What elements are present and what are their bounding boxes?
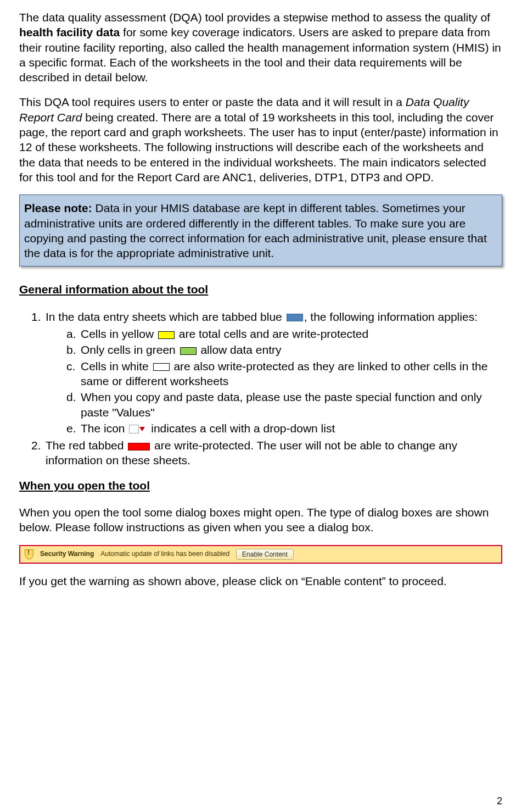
sub-c: Cells in white are also write-protected … <box>69 359 502 389</box>
security-warning-message: Automatic update of links has been disab… <box>100 550 229 559</box>
intro-paragraph-1: The data quality assessment (DQA) tool p… <box>19 10 502 85</box>
sub-b: Only cells in green allow data entry <box>69 342 502 357</box>
dropdown-icon <box>129 425 139 433</box>
green-swatch <box>180 347 197 355</box>
security-warning-bar: Security Warning Automatic update of lin… <box>19 545 502 564</box>
enable-content-button[interactable]: Enable Content <box>236 549 294 560</box>
white-swatch <box>153 363 170 371</box>
security-warning-title: Security Warning <box>40 550 94 559</box>
red-tab-swatch <box>128 443 150 451</box>
list-item-2: The red tabbed are write-protected. The … <box>33 438 502 468</box>
shield-icon <box>25 549 33 559</box>
please-note-label: Please note: <box>24 202 92 214</box>
sub-e: The icon indicates a cell with a drop-do… <box>69 421 502 436</box>
sub-a: Cells in yellow are total cells and are … <box>69 326 502 341</box>
yellow-swatch <box>158 331 175 339</box>
heading-general-information: General information about the tool <box>19 282 502 297</box>
heading-when-you-open: When you open the tool <box>19 478 502 493</box>
please-note-text: Data in your HMIS database are kept in d… <box>24 202 487 259</box>
page-number: 2 <box>497 795 502 808</box>
intro-paragraph-2: This DQA tool requires users to enter or… <box>19 94 502 185</box>
bold-health-facility-data: health facility data <box>19 26 120 38</box>
general-info-list: In the data entry sheets which are tabbe… <box>19 309 502 468</box>
open-tool-paragraph: When you open the tool some dialog boxes… <box>19 505 502 535</box>
enable-content-instruction: If you get the warning as shown above, p… <box>19 574 502 588</box>
list-item-1: In the data entry sheets which are tabbe… <box>33 309 502 436</box>
sub-d: When you copy and paste data, please use… <box>69 390 502 420</box>
please-note-box: Please note: Data in your HMIS database … <box>19 194 502 266</box>
sublist: Cells in yellow are total cells and are … <box>46 326 502 436</box>
blue-tab-swatch <box>287 314 303 321</box>
